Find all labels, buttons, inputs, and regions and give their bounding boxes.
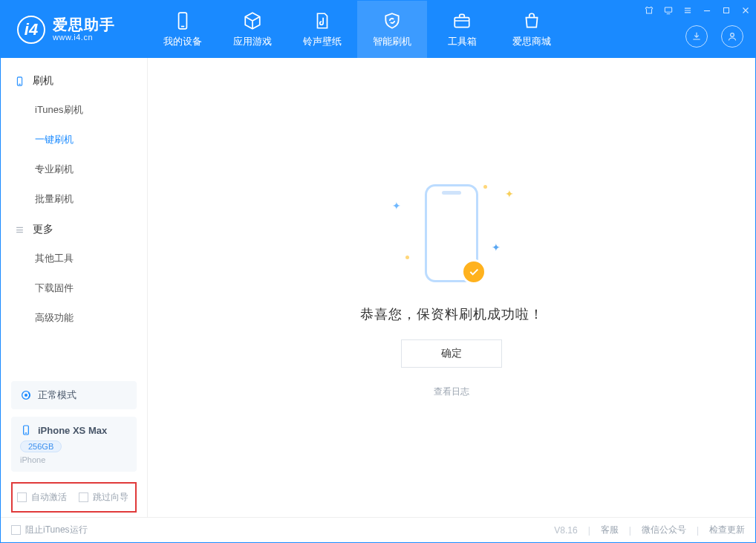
- user-icon: [726, 30, 738, 42]
- brand-title: 爱思助手: [53, 16, 115, 33]
- section-title: 更多: [33, 223, 53, 236]
- sidebar-spacer: [1, 333, 147, 374]
- highlighted-options: 自动激活 跳过向导: [11, 482, 137, 513]
- view-log-link[interactable]: 查看日志: [434, 386, 469, 398]
- version-label: V8.16: [554, 525, 577, 536]
- skin-icon[interactable]: [644, 5, 654, 16]
- phone-icon: [173, 11, 192, 30]
- tab-label: 智能刷机: [373, 35, 411, 48]
- minimize-button[interactable]: [702, 5, 712, 16]
- list-icon: [14, 224, 25, 235]
- window-controls: [644, 5, 751, 16]
- device-cards: 正常模式 iPhone XS Max 256GB iPhone: [1, 374, 147, 479]
- sidebar-section-more: 更多: [1, 214, 147, 244]
- music-file-icon: [313, 11, 332, 30]
- svg-rect-5: [724, 8, 729, 13]
- sidebar-item-itunes-flash[interactable]: iTunes刷机: [1, 95, 147, 125]
- app-body: 刷机 iTunes刷机 一键刷机 专业刷机 批量刷机 更多 其他工具 下载固件 …: [1, 58, 755, 517]
- header-right-icons: [685, 25, 743, 48]
- tab-label: 应用游戏: [233, 35, 272, 48]
- bag-icon: [522, 11, 541, 30]
- tab-ringtones-wallpapers[interactable]: 铃声壁纸: [287, 1, 357, 58]
- mode-label: 正常模式: [38, 388, 76, 402]
- success-illustration: ✦ ✦ ✦: [385, 178, 518, 289]
- sidebar-item-pro-flash[interactable]: 专业刷机: [1, 155, 147, 184]
- maximize-button[interactable]: [721, 5, 731, 16]
- dot-icon: [405, 256, 409, 259]
- status-bar: 阻止iTunes运行 V8.16 | 客服 | 微信公众号 | 检查更新: [1, 517, 755, 542]
- tab-my-device[interactable]: 我的设备: [148, 1, 218, 58]
- sidebar-item-other-tools[interactable]: 其他工具: [1, 244, 147, 273]
- phone-outline-icon: [425, 184, 478, 282]
- checkbox-auto-activate[interactable]: 自动激活: [17, 491, 67, 504]
- device-card[interactable]: iPhone XS Max 256GB iPhone: [11, 417, 137, 472]
- tab-smart-flash[interactable]: 智能刷机: [357, 1, 427, 58]
- nav-tabs: 我的设备 应用游戏 铃声壁纸 智能刷机 工具箱 爱思商城: [148, 1, 567, 58]
- svg-point-9: [25, 394, 27, 397]
- divider: |: [629, 525, 631, 536]
- shield-sync-icon: [382, 11, 402, 30]
- checkbox-label: 自动激活: [31, 491, 67, 504]
- brand-logo-icon: i4: [17, 16, 45, 44]
- sidebar-item-advanced[interactable]: 高级功能: [1, 303, 147, 333]
- device-icon: [14, 76, 25, 87]
- sparkle-icon: ✦: [492, 241, 501, 253]
- feedback-icon[interactable]: [663, 5, 674, 16]
- tab-store[interactable]: 爱思商城: [497, 1, 567, 58]
- device-small-icon: [20, 424, 32, 436]
- sidebar-item-batch-flash[interactable]: 批量刷机: [1, 184, 147, 214]
- tab-label: 爱思商城: [512, 35, 551, 48]
- main-content: ✦ ✦ ✦ 恭喜您，保资料刷机成功啦！ 确定 查看日志: [148, 58, 755, 517]
- menu-icon[interactable]: [682, 5, 693, 16]
- device-type: iPhone: [20, 455, 128, 464]
- cube-icon: [243, 11, 262, 30]
- close-button[interactable]: [740, 5, 751, 16]
- sidebar: 刷机 iTunes刷机 一键刷机 专业刷机 批量刷机 更多 其他工具 下载固件 …: [1, 58, 148, 517]
- footer-link-support[interactable]: 客服: [601, 524, 619, 536]
- sparkle-icon: ✦: [505, 188, 514, 200]
- checkbox-label: 阻止iTunes运行: [25, 524, 88, 536]
- device-name: iPhone XS Max: [38, 425, 107, 436]
- storage-badge: 256GB: [20, 440, 62, 452]
- tab-toolbox[interactable]: 工具箱: [427, 1, 497, 58]
- tab-label: 我的设备: [163, 35, 202, 48]
- mode-card[interactable]: 正常模式: [11, 381, 137, 409]
- download-manager-button[interactable]: [685, 25, 708, 48]
- success-message: 恭喜您，保资料刷机成功啦！: [360, 305, 544, 323]
- checkbox-skip-guide[interactable]: 跳过向导: [79, 491, 128, 504]
- footer-link-wechat[interactable]: 微信公众号: [642, 524, 686, 536]
- brand-text: 爱思助手 www.i4.cn: [53, 16, 115, 42]
- sidebar-item-download-firmware[interactable]: 下载固件: [1, 273, 147, 303]
- svg-rect-2: [454, 17, 469, 27]
- checkbox-block-itunes[interactable]: 阻止iTunes运行: [11, 524, 88, 536]
- tab-label: 工具箱: [448, 35, 477, 48]
- footer-link-update[interactable]: 检查更新: [709, 524, 745, 536]
- sidebar-section-flash: 刷机: [1, 65, 147, 95]
- svg-rect-4: [665, 7, 671, 12]
- checkbox-icon: [79, 492, 88, 502]
- brand: i4 爱思助手 www.i4.cn: [1, 16, 148, 44]
- svg-point-3: [731, 33, 734, 37]
- sparkle-icon: ✦: [392, 200, 401, 212]
- toolbox-icon: [452, 11, 472, 30]
- checkbox-icon: [11, 525, 21, 535]
- app-header: i4 爱思助手 www.i4.cn 我的设备 应用游戏 铃声壁纸 智能刷机 工具…: [1, 1, 755, 58]
- checkbox-icon: [17, 492, 27, 502]
- account-button[interactable]: [721, 25, 743, 48]
- dot-icon: [483, 185, 487, 189]
- divider: |: [697, 525, 699, 536]
- sidebar-item-oneclick-flash[interactable]: 一键刷机: [1, 125, 147, 155]
- divider: |: [588, 525, 590, 536]
- ok-button[interactable]: 确定: [401, 339, 502, 368]
- tab-label: 铃声壁纸: [303, 35, 342, 48]
- mode-icon: [20, 389, 32, 401]
- checkbox-label: 跳过向导: [93, 491, 128, 504]
- tab-apps-games[interactable]: 应用游戏: [218, 1, 287, 58]
- section-title: 刷机: [33, 74, 53, 88]
- download-icon: [691, 30, 703, 42]
- brand-subtitle: www.i4.cn: [53, 33, 115, 42]
- success-check-icon: [461, 259, 486, 284]
